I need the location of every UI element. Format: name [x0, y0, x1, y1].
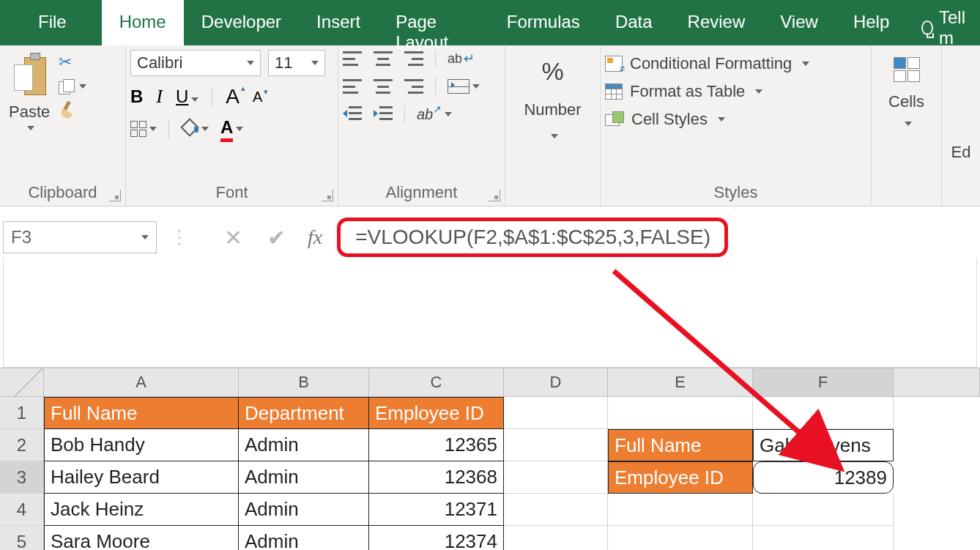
- row-header-4[interactable]: 4: [0, 494, 44, 526]
- group-editing: Ed: [942, 45, 980, 206]
- tab-data[interactable]: Data: [598, 0, 670, 45]
- format-painter-button[interactable]: [59, 101, 76, 119]
- tab-view[interactable]: View: [762, 0, 836, 45]
- cell-C3[interactable]: 12368: [369, 461, 504, 494]
- align-center-button[interactable]: [374, 79, 393, 94]
- cell-C1[interactable]: Employee ID: [369, 397, 504, 429]
- tab-help[interactable]: Help: [836, 0, 907, 45]
- col-header-B[interactable]: B: [239, 368, 369, 396]
- fx-icon[interactable]: fx: [308, 226, 322, 249]
- cell-B3[interactable]: Admin: [239, 461, 369, 494]
- cell-styles-button[interactable]: Cell Styles: [605, 110, 809, 129]
- cell-A5[interactable]: Sara Moore: [44, 526, 239, 550]
- row-header-2[interactable]: 2: [0, 429, 44, 461]
- cancel-formula-button[interactable]: ✕: [224, 225, 242, 250]
- shrink-font-button[interactable]: A▾: [253, 89, 262, 105]
- orientation-button[interactable]: ab: [417, 106, 452, 123]
- cell-A4[interactable]: Jack Heinz: [44, 494, 239, 526]
- cell-A2[interactable]: Bob Handy: [44, 429, 239, 461]
- paste-button[interactable]: Paste: [4, 50, 54, 132]
- underline-button[interactable]: U: [176, 86, 198, 107]
- font-name-combo[interactable]: Calibri: [130, 50, 261, 76]
- merge-button[interactable]: [448, 79, 480, 94]
- decrease-indent-button[interactable]: [343, 106, 362, 122]
- cell-A3[interactable]: Hailey Beard: [44, 461, 239, 494]
- grow-font-button[interactable]: A▴: [226, 85, 240, 108]
- font-size-combo[interactable]: 11: [268, 50, 325, 76]
- col-header-E[interactable]: E: [608, 368, 753, 396]
- group-cells: Cells: [872, 45, 942, 206]
- cell-E4[interactable]: [608, 494, 753, 526]
- cell-B4[interactable]: Admin: [239, 494, 369, 526]
- copy-button[interactable]: [59, 79, 86, 94]
- col-header-D[interactable]: D: [504, 368, 608, 396]
- cell-D5[interactable]: [504, 526, 608, 550]
- align-right-button[interactable]: [404, 79, 423, 94]
- tab-developer[interactable]: Developer: [184, 0, 299, 45]
- align-middle-button[interactable]: [374, 51, 393, 66]
- col-header-G[interactable]: [894, 368, 980, 396]
- align-left-button[interactable]: [343, 79, 362, 94]
- increase-indent-button[interactable]: [374, 106, 393, 122]
- percent-button[interactable]: %: [541, 57, 563, 86]
- alignment-dialog-launcher[interactable]: [489, 190, 500, 201]
- font-color-button[interactable]: A: [220, 117, 243, 141]
- cut-button[interactable]: ✂: [59, 53, 76, 72]
- cell-C5[interactable]: 12374: [369, 526, 504, 550]
- formula-bar-expanded[interactable]: [3, 258, 977, 368]
- bold-button[interactable]: B: [130, 86, 143, 107]
- group-number: % Number: [505, 45, 601, 206]
- select-all-corner[interactable]: [0, 368, 44, 396]
- font-dialog-launcher[interactable]: [322, 190, 333, 201]
- cells-button-label[interactable]: Cells: [888, 92, 924, 111]
- cell-D3[interactable]: [504, 461, 608, 494]
- cell-F2[interactable]: Gabe Givens: [753, 429, 894, 461]
- cell-D2[interactable]: [504, 429, 608, 461]
- cell-F4[interactable]: [753, 494, 894, 526]
- cell-D4[interactable]: [504, 494, 608, 526]
- chevron-down-icon[interactable]: [551, 134, 558, 138]
- wrap-text-button[interactable]: ab↵: [448, 51, 475, 67]
- tab-home[interactable]: Home: [102, 0, 184, 45]
- cell-A1[interactable]: Full Name: [44, 397, 239, 429]
- tell-me-search[interactable]: Tell m: [907, 0, 980, 45]
- formula-input[interactable]: =VLOOKUP(F2,$A$1:$C$25,3,FALSE): [337, 218, 728, 257]
- fill-color-button[interactable]: [181, 121, 209, 137]
- tab-file[interactable]: File: [21, 0, 102, 45]
- row-header-1[interactable]: 1: [0, 397, 44, 429]
- cell-F1[interactable]: [753, 397, 894, 429]
- cell-B5[interactable]: Admin: [239, 526, 369, 550]
- col-header-A[interactable]: A: [44, 368, 239, 396]
- name-box[interactable]: F3: [3, 221, 157, 253]
- align-top-button[interactable]: [343, 51, 362, 66]
- cell-F5[interactable]: [753, 526, 894, 550]
- row-header-3[interactable]: 3: [0, 461, 44, 494]
- tab-review[interactable]: Review: [670, 0, 763, 45]
- cell-E5[interactable]: [608, 526, 753, 550]
- tab-insert[interactable]: Insert: [299, 0, 378, 45]
- tab-page-layout[interactable]: Page Layout: [378, 0, 489, 45]
- clipboard-dialog-launcher[interactable]: [109, 190, 121, 201]
- italic-button[interactable]: I: [156, 86, 163, 108]
- format-as-table-button[interactable]: Format as Table: [605, 82, 809, 101]
- cell-B1[interactable]: Department: [239, 397, 369, 429]
- chevron-down-icon[interactable]: [905, 122, 912, 126]
- enter-formula-button[interactable]: ✔: [267, 225, 286, 250]
- cell-C4[interactable]: 12371: [369, 494, 504, 526]
- cell-E2[interactable]: Full Name: [608, 429, 753, 461]
- align-bottom-button[interactable]: [404, 51, 423, 66]
- cell-B2[interactable]: Admin: [239, 429, 369, 461]
- borders-button[interactable]: [130, 121, 157, 137]
- row-header-5[interactable]: 5: [0, 526, 44, 550]
- cell-C2[interactable]: 12365: [369, 429, 504, 461]
- col-header-F[interactable]: F: [753, 368, 894, 396]
- tab-formulas[interactable]: Formulas: [489, 0, 598, 45]
- cell-D1[interactable]: [504, 397, 608, 429]
- col-header-C[interactable]: C: [369, 368, 504, 396]
- conditional-formatting-button[interactable]: Conditional Formatting: [605, 54, 809, 73]
- cell-E3[interactable]: Employee ID: [608, 461, 753, 494]
- tell-me-label: Tell m: [939, 7, 973, 48]
- cell-F3[interactable]: 12389: [753, 461, 894, 494]
- merge-icon: [448, 79, 469, 94]
- cell-E1[interactable]: [608, 397, 753, 429]
